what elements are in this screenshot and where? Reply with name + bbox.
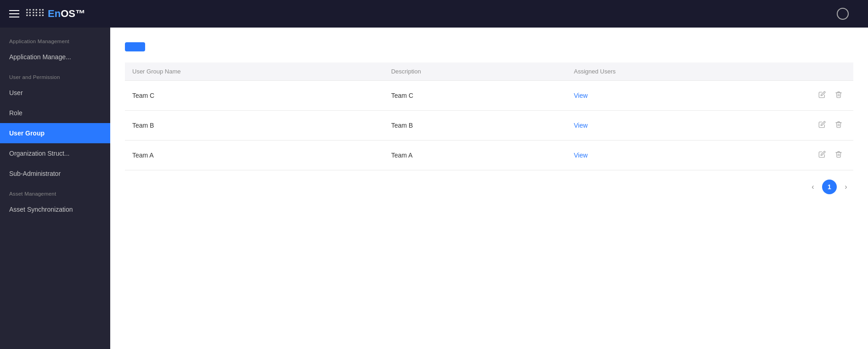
table-row: Team ATeam AView: [125, 141, 853, 170]
edit-button[interactable]: [815, 89, 829, 102]
cell-actions: [798, 81, 853, 111]
cell-assigned-users: View: [566, 111, 798, 141]
table-row: Team CTeam CView: [125, 81, 853, 111]
cell-description: Team C: [384, 81, 567, 111]
next-page-button[interactable]: ›: [839, 180, 853, 194]
sidebar-item-user-group[interactable]: User Group: [0, 123, 110, 143]
col-name: User Group Name: [125, 62, 384, 81]
table-row: Team BTeam BView: [125, 111, 853, 141]
table-header: User Group Name Description Assigned Use…: [125, 62, 853, 81]
current-page-number[interactable]: 1: [822, 180, 837, 194]
view-users-link[interactable]: View: [574, 122, 587, 129]
cell-group-name: Team A: [125, 141, 384, 170]
sidebar-item-app-manage[interactable]: Application Manage...: [0, 47, 110, 67]
delete-button[interactable]: [831, 89, 846, 102]
sidebar-item-role[interactable]: Role: [0, 103, 110, 123]
logo: ⠿⠿⠿ EnOS™: [25, 8, 85, 20]
sidebar-item-org-struct[interactable]: Organization Struct...: [0, 143, 110, 163]
sidebar-section-label: Asset Management: [0, 184, 110, 199]
cell-group-name: Team B: [125, 111, 384, 141]
user-group-table-container: User Group Name Description Assigned Use…: [125, 62, 853, 170]
edit-button[interactable]: [815, 119, 829, 132]
pagination: ‹ 1 ›: [125, 170, 853, 198]
delete-button[interactable]: [831, 149, 846, 162]
sidebar-section-label: Application Management: [0, 31, 110, 47]
view-users-link[interactable]: View: [574, 92, 587, 99]
table-body: Team CTeam CViewTeam BTeam BViewTeam ATe…: [125, 81, 853, 170]
sidebar-item-asset-sync[interactable]: Asset Synchronization: [0, 199, 110, 220]
user-group-table: User Group Name Description Assigned Use…: [125, 62, 853, 170]
main-content: User Group Name Description Assigned Use…: [110, 28, 868, 349]
sidebar-section-label: User and Permission: [0, 67, 110, 83]
main-layout: Application ManagementApplication Manage…: [0, 28, 868, 349]
menu-toggle[interactable]: [9, 10, 19, 17]
top-navigation: ⠿⠿⠿ EnOS™: [0, 0, 868, 28]
sidebar: Application ManagementApplication Manage…: [0, 28, 110, 349]
cell-description: Team A: [384, 141, 567, 170]
cell-group-name: Team C: [125, 81, 384, 111]
cell-description: Team B: [384, 111, 567, 141]
delete-button[interactable]: [831, 119, 846, 132]
logo-text: EnOS™: [48, 8, 85, 20]
cell-actions: [798, 111, 853, 141]
help-button[interactable]: [837, 8, 849, 20]
sidebar-item-user[interactable]: User: [0, 83, 110, 103]
edit-button[interactable]: [815, 149, 829, 162]
logo-dots-icon: ⠿⠿⠿: [25, 8, 44, 20]
cell-actions: [798, 141, 853, 170]
sidebar-item-sub-admin[interactable]: Sub-Administrator: [0, 163, 110, 184]
prev-page-button[interactable]: ‹: [806, 180, 820, 194]
cell-assigned-users: View: [566, 81, 798, 111]
col-desc: Description: [384, 62, 567, 81]
cell-assigned-users: View: [566, 141, 798, 170]
col-users: Assigned Users: [566, 62, 798, 81]
new-user-group-button[interactable]: [125, 42, 145, 51]
view-users-link[interactable]: View: [574, 152, 587, 159]
